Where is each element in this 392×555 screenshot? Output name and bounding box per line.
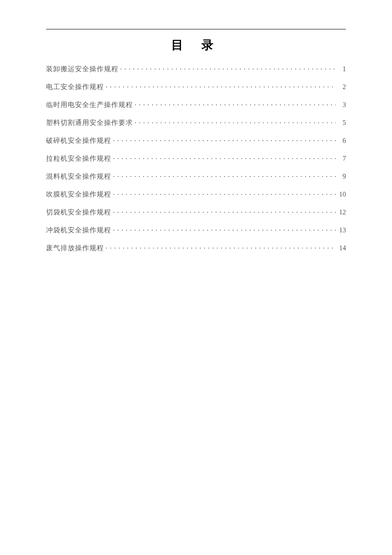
toc-entry-page: 9 bbox=[337, 173, 346, 180]
toc-leader-dots bbox=[135, 100, 336, 107]
toc-entry[interactable]: 吹膜机安全操作规程10 bbox=[46, 190, 346, 199]
toc-entry[interactable]: 破碎机安全操作规程6 bbox=[46, 136, 346, 145]
toc-entry-label: 破碎机安全操作规程 bbox=[46, 136, 111, 145]
toc-entry-label: 切袋机安全操作规程 bbox=[46, 208, 111, 217]
toc-leader-dots bbox=[106, 243, 336, 250]
toc-entry-page: 13 bbox=[337, 226, 346, 234]
toc-entry[interactable]: 拉粒机安全操作规程7 bbox=[46, 154, 346, 163]
toc-leader-dots bbox=[113, 172, 336, 179]
toc-leader-dots bbox=[113, 208, 336, 214]
toc-entry[interactable]: 冲袋机安全操作规程13 bbox=[46, 225, 346, 235]
toc-entry-page: 5 bbox=[337, 119, 346, 127]
toc-entry-page: 12 bbox=[337, 208, 346, 216]
toc-entry[interactable]: 装卸搬运安全操作规程1 bbox=[46, 64, 346, 74]
document-page: 目 录 装卸搬运安全操作规程1电工安全操作规程2临时用电安全生产操作规程3塑料切… bbox=[0, 0, 392, 253]
toc-leader-dots bbox=[106, 82, 336, 89]
toc-entry-label: 废气排放操作规程 bbox=[46, 244, 104, 253]
toc-entry-page: 1 bbox=[337, 65, 346, 73]
toc-leader-dots bbox=[113, 190, 336, 197]
toc-leader-dots bbox=[120, 64, 336, 71]
toc-leader-dots bbox=[113, 154, 336, 161]
toc-leader-dots bbox=[113, 225, 336, 232]
toc-entry[interactable]: 切袋机安全操作规程12 bbox=[46, 208, 346, 217]
toc-entry-page: 3 bbox=[337, 101, 346, 109]
toc-entry-page: 14 bbox=[337, 244, 346, 252]
table-of-contents: 装卸搬运安全操作规程1电工安全操作规程2临时用电安全生产操作规程3塑料切割通用安… bbox=[46, 64, 346, 253]
toc-entry[interactable]: 混料机安全操作规程9 bbox=[46, 172, 346, 181]
toc-entry[interactable]: 废气排放操作规程14 bbox=[46, 243, 346, 253]
toc-entry[interactable]: 塑料切割通用安全操作要求5 bbox=[46, 118, 346, 127]
toc-entry-page: 6 bbox=[337, 137, 346, 145]
toc-entry-page: 7 bbox=[337, 155, 346, 162]
toc-entry-label: 拉粒机安全操作规程 bbox=[46, 154, 111, 163]
toc-entry-label: 装卸搬运安全操作规程 bbox=[46, 65, 118, 74]
toc-entry[interactable]: 临时用电安全生产操作规程3 bbox=[46, 100, 346, 110]
toc-entry-page: 2 bbox=[337, 83, 346, 91]
toc-entry-page: 10 bbox=[337, 191, 346, 198]
toc-entry-label: 塑料切割通用安全操作要求 bbox=[46, 119, 133, 127]
top-rule bbox=[46, 29, 346, 29]
toc-leader-dots bbox=[113, 136, 336, 143]
toc-entry-label: 电工安全操作规程 bbox=[46, 83, 104, 92]
toc-leader-dots bbox=[135, 118, 336, 125]
page-title: 目 录 bbox=[46, 37, 346, 53]
toc-entry-label: 临时用电安全生产操作规程 bbox=[46, 101, 133, 110]
toc-entry-label: 冲袋机安全操作规程 bbox=[46, 226, 111, 235]
toc-entry-label: 混料机安全操作规程 bbox=[46, 172, 111, 181]
toc-entry[interactable]: 电工安全操作规程2 bbox=[46, 82, 346, 92]
toc-entry-label: 吹膜机安全操作规程 bbox=[46, 190, 111, 199]
